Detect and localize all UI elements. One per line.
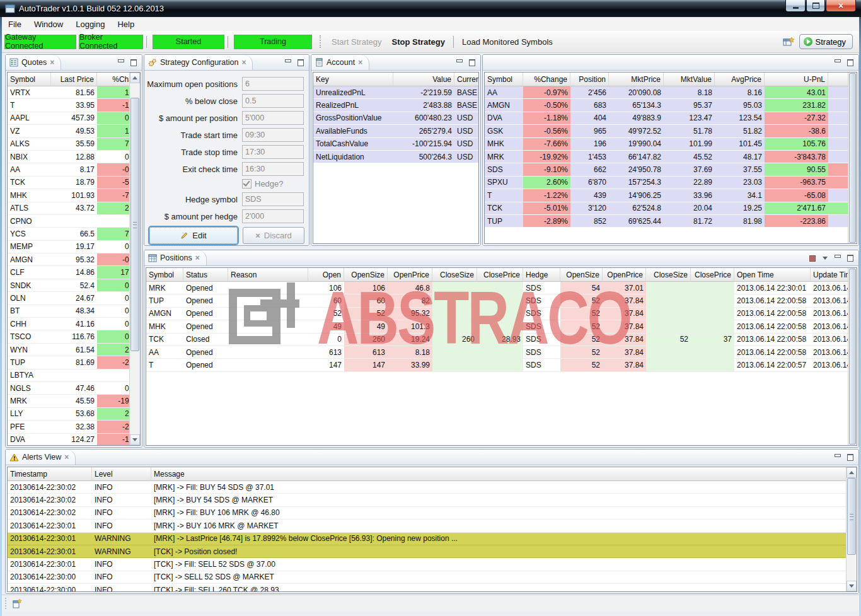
table-row[interactable]: VRTX81.561.58% <box>8 86 141 99</box>
tab-positions[interactable]: Positions × <box>144 250 207 265</box>
column-header[interactable]: Status <box>183 268 228 282</box>
column-header[interactable]: Currency <box>454 73 479 86</box>
close-button[interactable]: × <box>826 0 856 12</box>
positions-scrollbar[interactable] <box>848 268 857 445</box>
gateway-connected-indicator[interactable]: Gateway Connected <box>4 35 76 49</box>
table-row[interactable]: GrossPositionValue600'480.23USD <box>313 112 479 125</box>
column-header[interactable]: OpenPrice <box>388 268 432 282</box>
column-header[interactable]: Last Price <box>51 73 97 86</box>
column-header[interactable]: MktValue <box>664 73 715 86</box>
table-row[interactable]: GSK-0.56%96549'972.5251.7851.82-38.60 <box>485 125 857 137</box>
tab-alerts-view[interactable]: Alerts View × <box>6 450 76 465</box>
trade-start-time-field[interactable] <box>242 128 304 142</box>
table-row[interactable]: MRK45.59-19.92% <box>8 395 141 407</box>
table-row[interactable]: AAOpened6136138.18SDS5237.842013.06.14 2… <box>146 346 857 359</box>
close-icon[interactable]: × <box>195 253 200 262</box>
column-header[interactable]: MktPrice <box>609 73 664 86</box>
table-row[interactable]: CPNO <box>8 215 141 228</box>
table-row[interactable]: MRK-19.92%1'45366'147.8245.5248.17-3'843… <box>485 151 857 163</box>
table-row[interactable]: PFE32.38-2.68% <box>8 421 141 433</box>
table-row[interactable]: DVA-1.18%40449'883.9123.47123.54-27.320 <box>485 112 857 125</box>
table-row[interactable]: BT48.340.00% <box>8 305 141 318</box>
table-row[interactable]: LBTYA <box>8 369 141 382</box>
column-header[interactable]: Level <box>92 467 151 481</box>
table-row[interactable]: SNDK52.40.87% <box>8 279 141 292</box>
table-row[interactable]: CLF14.8617.56% <box>8 266 141 279</box>
panel-minimize-button[interactable] <box>832 453 843 462</box>
table-row[interactable]: TCK-5.01%3'12062'524.820.0419.252'471.67… <box>485 202 857 215</box>
table-row[interactable]: TCKClosed026019.2426028.93SDS5237.845237… <box>146 334 857 346</box>
close-icon[interactable]: × <box>358 58 362 67</box>
alerts-table[interactable]: TimestampLevelMessage20130614-22:30:02IN… <box>7 467 857 592</box>
column-header[interactable]: Reason <box>228 268 308 282</box>
column-header[interactable]: CloseSize <box>432 268 477 282</box>
panel-maximize-button[interactable] <box>128 58 139 67</box>
table-row[interactable]: CHH41.160.00% <box>8 318 141 330</box>
table-row[interactable]: MRKOpened10610646.8SDS5437.012013.06.14 … <box>146 282 857 294</box>
column-header[interactable]: OpenPrice <box>603 268 646 282</box>
max-open-positions-field[interactable] <box>242 77 304 91</box>
fast-view-icon[interactable] <box>11 598 23 609</box>
table-row[interactable]: TUP-2.89%85269'625.4481.7281.98-223.860 <box>485 215 857 228</box>
trade-stop-time-field[interactable] <box>242 145 304 159</box>
portfolio-table[interactable]: Symbol%ChangePositionMktPriceMktValueAvg… <box>484 72 857 244</box>
table-row[interactable]: DVA124.27-1.18% <box>8 434 141 446</box>
table-row[interactable]: TSCO116.760.53% <box>8 330 141 343</box>
table-row[interactable]: AA8.17-0.97% <box>8 163 141 176</box>
table-row[interactable]: AMGN-0.50%68365'134.395.3795.03231.820 <box>485 99 857 112</box>
panel-maximize-button[interactable] <box>845 253 855 263</box>
column-header[interactable]: Position <box>570 73 609 86</box>
table-row[interactable]: ALKS35.597.20% <box>8 138 141 151</box>
scroll-thumb[interactable] <box>847 478 856 555</box>
table-row[interactable]: MHKOpened4949101.3SDS5237.842013.06.14 2… <box>146 320 857 333</box>
hedge-checkbox[interactable] <box>242 179 251 189</box>
column-header[interactable]: ClosePrice <box>477 268 523 282</box>
column-header[interactable]: Symbol <box>8 73 51 86</box>
amount-per-hedge-field[interactable] <box>242 209 304 223</box>
tab-account[interactable]: Account × <box>311 55 369 70</box>
panel-red-square-icon[interactable] <box>807 253 818 263</box>
table-row[interactable]: NetLiquidation500'264.3USD <box>313 151 479 163</box>
table-row[interactable]: LLY53.682.25% <box>8 408 141 421</box>
table-row[interactable]: SDS-9.10%66224'950.7837.6937.5590.55-32.… <box>485 163 857 176</box>
table-row[interactable]: SPXU2.60%6'870157'254.322.8923.03-963.75… <box>485 177 857 189</box>
scroll-up-arrow[interactable] <box>130 73 140 83</box>
column-header[interactable]: Open <box>308 268 344 282</box>
amount-per-position-field[interactable] <box>242 111 304 125</box>
minimize-button[interactable] <box>785 0 806 12</box>
started-indicator[interactable]: Started <box>153 35 224 49</box>
panel-minimize-button[interactable] <box>832 58 843 67</box>
table-row[interactable]: TUPOpened606082SDS5237.842013.06.14 22:0… <box>146 294 857 307</box>
tab-strategy-configuration[interactable]: Strategy Configuration × <box>144 55 253 70</box>
menu-help[interactable]: Help <box>111 18 141 30</box>
percent-below-close-field[interactable] <box>242 94 304 108</box>
start-strategy-button[interactable]: Start Strategy <box>326 37 386 47</box>
panel-minimize-button[interactable] <box>454 58 465 67</box>
table-row[interactable]: 20130614-22:30:01WARNING[MRK] -> LastPri… <box>8 533 853 545</box>
table-row[interactable]: 20130614-22:30:00INFO[TCK] -> SELL 52 SD… <box>8 571 853 584</box>
close-icon[interactable]: × <box>50 58 54 67</box>
panel-maximize-button[interactable] <box>845 453 855 462</box>
column-header[interactable]: Timestamp <box>8 467 92 481</box>
column-header[interactable]: AvgPrice <box>715 73 765 86</box>
column-header[interactable]: Symbol <box>485 73 523 86</box>
table-row[interactable]: 20130614-22:30:01WARNING[TCK] -> Positio… <box>8 545 853 558</box>
scroll-thumb[interactable] <box>130 98 139 351</box>
panel-minimize-button[interactable] <box>115 58 126 67</box>
menu-file[interactable]: File <box>2 18 28 30</box>
column-header[interactable]: Value <box>393 73 454 86</box>
scroll-down-arrow[interactable] <box>847 581 857 591</box>
table-row[interactable]: VZ49.531.52% <box>8 125 141 137</box>
panel-maximize-button[interactable] <box>845 58 855 67</box>
trading-indicator[interactable]: Trading <box>234 35 312 49</box>
quotes-scrollbar[interactable] <box>129 73 140 445</box>
scroll-down-arrow[interactable] <box>130 434 140 445</box>
column-header[interactable]: Open Time <box>734 268 811 282</box>
table-row[interactable]: MHK101.93-7.66% <box>8 189 141 202</box>
column-header[interactable]: U-PnL <box>765 73 828 86</box>
table-row[interactable]: 20130614-22:30:02INFO[MRK] -> Fill: BUY … <box>8 507 853 520</box>
table-row[interactable]: NGLS47.460.00% <box>8 382 141 395</box>
column-header[interactable]: ClosePrice <box>691 268 734 282</box>
table-row[interactable]: AMGN95.32-0.50% <box>8 253 141 266</box>
table-row[interactable]: TCK18.79-5.01% <box>8 177 141 189</box>
